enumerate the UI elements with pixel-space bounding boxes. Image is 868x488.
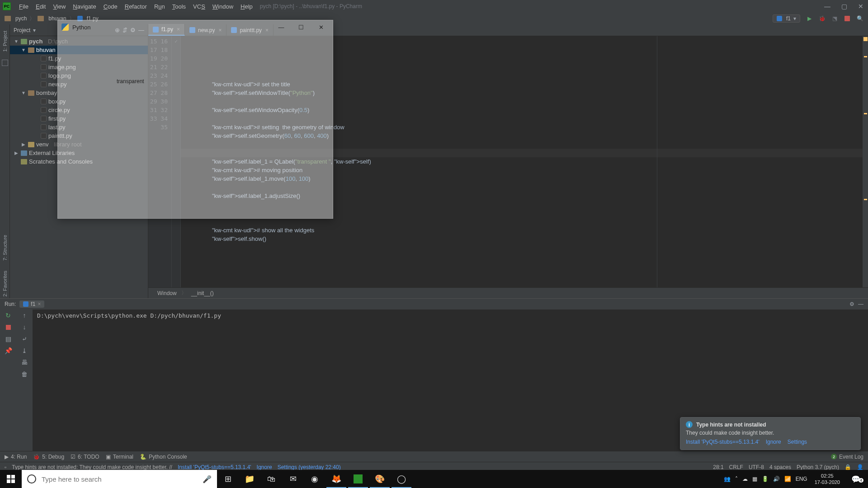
toolwindow-favorites[interactable]: 2: Favorites bbox=[2, 269, 8, 298]
menu-vcs[interactable]: VCS bbox=[189, 3, 209, 10]
event-log-button[interactable]: 2 Event Log bbox=[831, 454, 863, 460]
window-minimize-icon[interactable]: — bbox=[824, 3, 830, 10]
menu-edit[interactable]: Edit bbox=[32, 3, 49, 10]
balloon-settings-link[interactable]: Settings bbox=[788, 439, 807, 445]
bookmark-icon[interactable] bbox=[2, 60, 8, 66]
python-interpreter[interactable]: Python 3.7 (pych) bbox=[797, 464, 839, 470]
menu-refactor[interactable]: Refactor bbox=[121, 3, 151, 10]
debug-button[interactable]: 🐞 bbox=[818, 15, 826, 22]
menu-window[interactable]: Window bbox=[209, 3, 237, 10]
window-minimize-icon[interactable]: — bbox=[273, 24, 289, 31]
toolwindows-toggle-icon[interactable]: ▫ bbox=[5, 464, 6, 470]
window-title: pych [D:\pych] - ..\bhuvan\f1.py - PyCha… bbox=[260, 3, 362, 9]
status-ignore-link[interactable]: Ignore bbox=[257, 464, 272, 470]
start-button[interactable] bbox=[0, 470, 22, 488]
action-center-icon[interactable]: 💬4 bbox=[847, 475, 864, 483]
toolwindow-terminal[interactable]: ▣ Terminal bbox=[106, 454, 133, 460]
people-icon[interactable]: 👥 bbox=[724, 476, 731, 482]
window-maximize-icon[interactable]: ▢ bbox=[841, 3, 847, 10]
nvidia-icon[interactable]: ▦ bbox=[752, 476, 757, 482]
up-button[interactable]: ↑ bbox=[16, 310, 33, 321]
menu-run[interactable]: Run bbox=[151, 3, 169, 10]
soft-wrap-button[interactable]: ⤶ bbox=[16, 333, 33, 345]
caret-position[interactable]: 28:1 bbox=[713, 464, 723, 470]
gear-icon[interactable]: ⚙ bbox=[849, 301, 854, 307]
inspection-indicator-icon[interactable] bbox=[863, 37, 868, 41]
run-config-selector[interactable]: f1 ▾ bbox=[773, 14, 800, 23]
indent-info[interactable]: 4 spaces bbox=[769, 464, 791, 470]
taskbar-search[interactable]: 🎤 bbox=[22, 470, 217, 488]
status-settings-link[interactable]: Settings (yesterday 22:40) bbox=[278, 464, 341, 470]
error-stripe[interactable] bbox=[863, 36, 868, 287]
status-install-link[interactable]: Install 'PyQt5-stubs==5.13.1.4' bbox=[178, 464, 251, 470]
mail-icon[interactable]: ✉ bbox=[282, 470, 304, 488]
onedrive-icon[interactable]: ☁ bbox=[742, 476, 748, 482]
mic-icon[interactable]: 🎤 bbox=[203, 475, 212, 483]
wifi-icon[interactable]: 📶 bbox=[784, 476, 791, 482]
search-everywhere-icon[interactable]: 🔍 bbox=[856, 15, 863, 22]
python-app-window[interactable]: Python — ☐ ✕ transparent bbox=[57, 20, 333, 219]
file-encoding[interactable]: UTF-8 bbox=[749, 464, 764, 470]
task-view-icon[interactable]: ⊞ bbox=[217, 470, 239, 488]
python-file-icon bbox=[777, 16, 782, 21]
layout-button[interactable]: ▤ bbox=[0, 333, 16, 345]
window-maximize-icon[interactable]: ☐ bbox=[293, 24, 309, 31]
line-separator[interactable]: CRLF bbox=[729, 464, 743, 470]
rerun-button[interactable]: ↻ bbox=[0, 310, 16, 321]
pycharm-icon: PC bbox=[3, 2, 11, 10]
hector-icon[interactable]: 👤 bbox=[857, 464, 863, 470]
window-close-icon[interactable]: ✕ bbox=[313, 24, 329, 31]
trash-button[interactable]: 🗑 bbox=[16, 368, 33, 380]
microsoft-store-icon[interactable]: 🛍 bbox=[260, 470, 282, 488]
chevron-down-icon[interactable]: ▾ bbox=[33, 27, 36, 33]
taskbar-clock[interactable]: 02:25 17-03-2020 bbox=[812, 473, 843, 485]
code-breadcrumbs[interactable]: Window 〉 __init__() bbox=[148, 287, 868, 298]
python-window-titlebar[interactable]: Python — ☐ ✕ bbox=[58, 20, 333, 34]
paint-icon[interactable]: 🎨 bbox=[369, 470, 391, 488]
stop-button[interactable] bbox=[844, 15, 851, 22]
breadcrumb[interactable]: pych bbox=[15, 15, 27, 22]
breadcrumb[interactable]: __init__() bbox=[191, 290, 214, 296]
run-button[interactable]: ▶ bbox=[806, 15, 813, 22]
toolwindow-python-console[interactable]: 🐍 Python Console bbox=[140, 454, 187, 460]
toolwindow-debug[interactable]: 🐞 5: Debug bbox=[33, 454, 64, 460]
toolwindow-todo[interactable]: ☑ 6: TODO bbox=[71, 454, 99, 460]
scroll-end-button[interactable]: ⤓ bbox=[16, 345, 33, 357]
menu-tools[interactable]: Tools bbox=[169, 3, 189, 10]
balloon-ignore-link[interactable]: Ignore bbox=[766, 439, 781, 445]
language-indicator[interactable]: ENG bbox=[796, 476, 807, 482]
balloon-install-link[interactable]: Install 'PyQt5-stubs==5.13.1.4' bbox=[686, 439, 760, 445]
file-explorer-icon[interactable]: 📁 bbox=[239, 470, 260, 488]
menu-view[interactable]: View bbox=[49, 3, 69, 10]
lock-icon[interactable]: 🔒 bbox=[844, 464, 851, 470]
menu-help[interactable]: Help bbox=[237, 3, 256, 10]
print-button[interactable]: 🖶 bbox=[16, 357, 33, 368]
stop-button[interactable] bbox=[0, 321, 16, 333]
pycharm-taskbar-icon[interactable] bbox=[347, 470, 369, 488]
close-icon[interactable]: × bbox=[38, 301, 41, 307]
window-close-icon[interactable]: ✕ bbox=[858, 3, 863, 10]
pin-button[interactable]: 📌 bbox=[0, 345, 16, 357]
toolwindow-structure[interactable]: 7: Structure bbox=[2, 233, 8, 263]
breadcrumb[interactable]: Window bbox=[157, 290, 177, 296]
folder-icon bbox=[38, 16, 44, 21]
hide-icon[interactable]: — bbox=[858, 301, 863, 307]
toolwindow-run[interactable]: ▶ 4: Run bbox=[5, 454, 27, 460]
down-button[interactable]: ↓ bbox=[16, 321, 33, 333]
predator-icon[interactable]: ◉ bbox=[304, 470, 326, 488]
tray-chevron-icon[interactable]: ˄ bbox=[735, 476, 738, 482]
menu-navigate[interactable]: Navigate bbox=[69, 3, 99, 10]
jupyter-icon[interactable]: ◯ bbox=[391, 470, 412, 488]
run-config-tag[interactable]: f1× bbox=[19, 300, 44, 308]
toolwindow-project[interactable]: 1: Project bbox=[2, 29, 8, 53]
menu-file[interactable]: File bbox=[15, 3, 32, 10]
menu-code[interactable]: Code bbox=[100, 3, 121, 10]
info-icon: i bbox=[686, 421, 693, 428]
search-input[interactable] bbox=[42, 475, 197, 483]
title-bar: PC File Edit View Navigate Code Refactor… bbox=[0, 0, 868, 13]
run-label: Run: bbox=[5, 301, 16, 307]
battery-icon[interactable]: 🔋 bbox=[762, 476, 769, 482]
run-coverage-button[interactable]: ⬔ bbox=[831, 15, 838, 22]
volume-icon[interactable]: 🔊 bbox=[773, 476, 780, 482]
firefox-icon[interactable]: 🦊 bbox=[326, 470, 347, 488]
